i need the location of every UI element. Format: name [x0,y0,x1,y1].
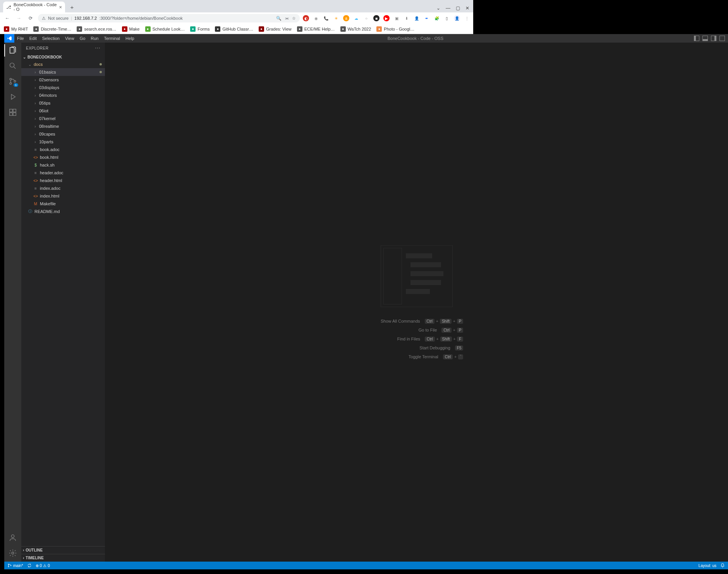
menu-item-selection[interactable]: Selection [39,36,62,41]
reload-button[interactable]: ⟳ [26,14,35,22]
folder-item[interactable]: ›05tips [21,99,105,107]
folder-item[interactable]: ›08realtime [21,122,105,130]
key-plus: + [436,319,438,323]
bookmark-favicon-icon: ● [340,26,346,32]
panel-icon[interactable]: ▯ [444,15,450,21]
file-item[interactable]: MMakefile [21,200,105,208]
svg-point-3 [14,81,16,82]
bookmark-item[interactable]: ●My RHIT [4,26,28,32]
file-icon: ≡ [33,171,38,175]
new-tab-button[interactable]: + [67,2,77,12]
file-item[interactable]: ≡book.adoc [21,146,105,153]
extensions-icon[interactable]: 🧩 [434,15,440,21]
bookmark-item[interactable]: ●Schedule Look… [145,26,185,32]
chevron-down-icon[interactable]: ⌄ [436,5,440,11]
ext-icon-7[interactable]: ○ [363,15,369,21]
bookmark-favicon-icon: ● [145,26,151,32]
back-button[interactable]: ← [3,14,12,22]
ext-icon-9[interactable]: ▶ [383,15,390,21]
close-icon[interactable]: ✕ [465,5,469,11]
folder-item[interactable]: ›02sensors [21,76,105,84]
bookmark-label: ECE/ME Help… [304,27,335,31]
bookmark-item[interactable]: ●Grades: View [259,26,292,32]
bookmark-item[interactable]: ●Forms [190,26,209,32]
scm-activity-icon[interactable]: 1 [8,77,17,86]
file-item[interactable]: <>book.html [21,153,105,161]
window-title: BoneCookbook - Code - OSS [137,36,473,41]
ext-icon-13[interactable]: ✒ [424,15,430,21]
workspace-header[interactable]: ⌄ BONECOOKBOOK [21,53,105,60]
folder-item[interactable]: ›06iot [21,107,105,115]
ext-icon-3[interactable]: 📞 [323,15,329,21]
vscode-logo-icon[interactable] [4,34,14,43]
tab-close-icon[interactable]: × [59,4,62,10]
debug-activity-icon[interactable] [8,92,17,101]
zoom-icon[interactable]: 🔍 [276,16,282,21]
menu-item-go[interactable]: Go [77,36,88,41]
activity-bar: 1 [4,43,21,373]
menu-item-file[interactable]: File [14,36,27,41]
ext-icon-8[interactable]: ■ [373,15,379,21]
bookmark-bar: ●My RHIT●Discrete-Time…●search.ece.ros…●… [0,24,473,34]
ext-icon-10[interactable]: ▣ [393,15,400,21]
tree-item-label: 06iot [39,108,48,113]
ext-icon-6[interactable]: ☁ [353,15,359,21]
menu-item-help[interactable]: Help [123,36,137,41]
file-icon: <> [33,155,38,160]
file-item[interactable]: $hack.sh [21,161,105,169]
bookmark-item[interactable]: ●WaTch 2022 [340,26,371,32]
ext-icon-4[interactable]: ✳ [333,15,339,21]
ext-icon-5[interactable]: a [343,15,349,21]
bookmark-item[interactable]: ●Discrete-Time… [33,26,71,32]
tab-title: BoneCookbook - Code - O [14,2,57,12]
bookmark-item[interactable]: ●GitHub Classr… [215,26,253,32]
chrome-menu-icon[interactable]: ⋮ [464,15,470,21]
ext-icon-12[interactable]: 👤 [414,15,420,21]
folder-item[interactable]: ›04motors [21,91,105,99]
minimize-icon[interactable]: — [446,5,450,11]
file-item[interactable]: <>header.html [21,177,105,184]
folder-item[interactable]: ›10parts [21,138,105,146]
browser-tab[interactable]: ⎇ BoneCookbook - Code - O × [3,2,65,12]
forward-button[interactable]: → [15,14,23,22]
menu-item-edit[interactable]: Edit [27,36,39,41]
chevron-down-icon: ⌄ [27,62,32,67]
keycap: Ctrl [425,337,435,342]
tree-item-label: 08realtime [39,124,59,129]
bookmark-item[interactable]: ●Make [122,26,140,32]
extensions-activity-icon[interactable] [8,108,17,117]
folder-item[interactable]: ›03displays [21,84,105,91]
file-item[interactable]: ≡index.adoc [21,184,105,192]
maximize-icon[interactable]: ▢ [456,5,460,11]
search-activity-icon[interactable] [8,61,17,70]
file-item[interactable]: ≡header.adoc [21,169,105,177]
url-bar[interactable]: ⚠ Not secure | 192.168.7.2:3000/?folder=… [38,14,300,22]
folder-item[interactable]: ›07kernel [21,115,105,122]
bookmark-star-icon[interactable]: ☆ [292,16,296,21]
explorer-activity-icon[interactable] [8,46,17,55]
folder-item[interactable]: ›01basics [21,68,105,76]
ext-icon-11[interactable]: ⬇ [403,15,410,21]
chevron-right-icon: › [33,124,38,129]
folder-item[interactable]: ›09capes [21,130,105,138]
share-icon[interactable]: ⫘ [285,16,289,21]
file-item[interactable]: ⓘREADME.md [21,208,105,215]
bookmark-item[interactable]: ●ECE/ME Help… [297,26,335,32]
bookmark-item[interactable]: ●search.ece.ros… [77,26,116,32]
ext-icon-2[interactable]: ◉ [313,15,319,21]
ext-icon-1[interactable]: ◐ [303,15,309,21]
bookmark-item[interactable]: ●Photo - Googl… [376,26,414,32]
keycap: Shift [440,337,452,342]
menu-item-view[interactable]: View [62,36,77,41]
menu-item-terminal[interactable]: Terminal [101,36,123,41]
menu-item-run[interactable]: Run [88,36,101,41]
explorer-more-icon[interactable]: ⋯ [95,45,101,51]
file-item[interactable]: <>index.html [21,192,105,200]
url-bar-row: ← → ⟳ ⚠ Not secure | 192.168.7.2:3000/?f… [0,12,473,24]
profile-avatar[interactable]: 👤 [454,15,460,21]
file-icon: M [33,202,38,206]
tree-item-label: book.adoc [40,147,60,152]
sidebar: EXPLORER ⋯ ⌄ BONECOOKBOOK ⌄docs›01basics… [21,43,105,373]
folder-item[interactable]: ⌄docs [21,60,105,68]
chevron-right-icon: › [33,86,38,90]
